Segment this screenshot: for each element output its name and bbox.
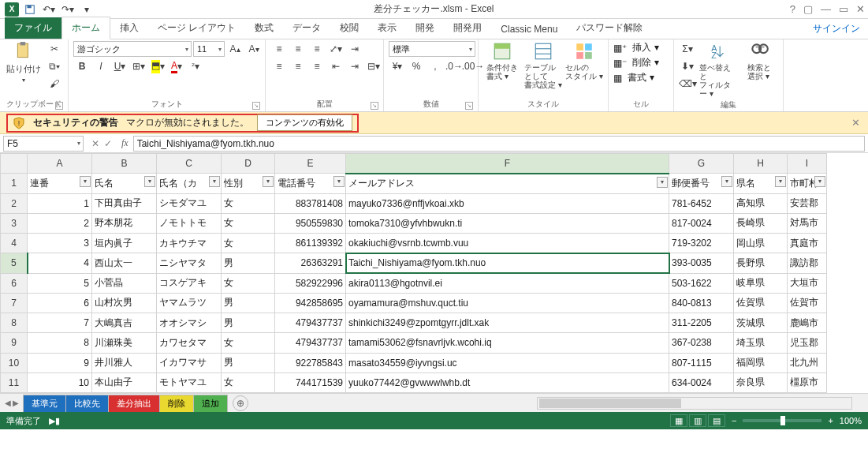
- cell-C2[interactable]: シモダマユ: [157, 193, 222, 213]
- paste-button[interactable]: 貼り付け▾: [5, 41, 43, 84]
- maximize-button[interactable]: ▭: [839, 3, 848, 15]
- italic-button[interactable]: I: [92, 58, 110, 74]
- phonetic-button[interactable]: ᶻ▾: [187, 58, 204, 74]
- row-header-6[interactable]: 6: [1, 273, 28, 293]
- orientation-button[interactable]: ⤢▾: [327, 41, 345, 57]
- filter-button-G[interactable]: ▾: [721, 176, 732, 187]
- cell-D10[interactable]: 男: [222, 353, 275, 373]
- filter-button-I[interactable]: ▾: [814, 176, 825, 187]
- accounting-format-button[interactable]: ¥▾: [389, 58, 406, 74]
- filter-button-D[interactable]: ▾: [263, 176, 274, 187]
- cell-G4[interactable]: 719-3202: [669, 234, 734, 253]
- tab-developer[interactable]: 開発: [406, 17, 444, 39]
- column-header-G[interactable]: G: [669, 154, 734, 174]
- format-cells-button[interactable]: ▦ 書式 ▾: [613, 71, 669, 84]
- align-middle-button[interactable]: ≡: [289, 41, 307, 57]
- cell-D2[interactable]: 女: [222, 193, 275, 213]
- cell-I7[interactable]: 佐賀市: [788, 293, 827, 313]
- header-cell-A[interactable]: 連番▾: [28, 174, 92, 193]
- cell-H11[interactable]: 奈良県: [734, 373, 788, 392]
- cell-C7[interactable]: ヤマムラツ: [157, 293, 222, 313]
- cell-C11[interactable]: モトヤマユ: [157, 373, 222, 392]
- delete-cells-button[interactable]: ▦⁻ 削除 ▾: [613, 56, 669, 69]
- cell-A3[interactable]: 2: [28, 213, 92, 233]
- cell-A6[interactable]: 5: [28, 273, 92, 293]
- cell-I4[interactable]: 真庭市: [788, 234, 827, 253]
- cell-E6[interactable]: 582922996: [275, 273, 346, 293]
- increase-indent-button[interactable]: ⇥: [346, 58, 363, 74]
- filter-button-F[interactable]: ▾: [657, 177, 668, 188]
- column-header-F[interactable]: F: [346, 154, 669, 174]
- cell-B8[interactable]: 大嶋真吉: [92, 313, 157, 333]
- cell-G10[interactable]: 807-1115: [669, 353, 734, 373]
- format-painter-button[interactable]: 🖌: [46, 76, 63, 92]
- cell-I10[interactable]: 北九州: [788, 353, 827, 373]
- column-header-E[interactable]: E: [275, 154, 346, 174]
- cell-B11[interactable]: 本山由子: [92, 373, 157, 392]
- cell-H10[interactable]: 福岡県: [734, 353, 788, 373]
- increase-decimal-button[interactable]: .0→: [445, 58, 463, 74]
- cell-G3[interactable]: 817-0024: [669, 213, 734, 233]
- cell-E10[interactable]: 922785843: [275, 353, 346, 373]
- filter-button-C[interactable]: ▾: [209, 176, 220, 187]
- fill-color-button[interactable]: ⬒▾: [149, 58, 166, 74]
- clipboard-dialog-launcher[interactable]: ↘: [55, 102, 63, 110]
- row-header-11[interactable]: 11: [1, 373, 28, 392]
- header-cell-I[interactable]: 市町村▾: [788, 174, 827, 193]
- cell-A8[interactable]: 7: [28, 313, 92, 333]
- zoom-in-button[interactable]: +: [828, 416, 833, 425]
- cut-button[interactable]: ✂: [46, 41, 63, 57]
- font-dialog-launcher[interactable]: ↘: [252, 102, 260, 110]
- font-color-button[interactable]: A▾: [168, 58, 185, 74]
- cell-A5[interactable]: 4: [28, 253, 92, 273]
- number-format-combo[interactable]: 標準: [389, 41, 475, 57]
- cell-C3[interactable]: ノモトトモ: [157, 213, 222, 233]
- cell-A9[interactable]: 8: [28, 333, 92, 353]
- cell-E2[interactable]: 883781408: [275, 193, 346, 213]
- font-name-combo[interactable]: 游ゴシック: [73, 41, 192, 57]
- tab-developer2[interactable]: 開発用: [444, 17, 491, 39]
- column-header-I[interactable]: I: [788, 154, 827, 174]
- row-header-4[interactable]: 4: [1, 234, 28, 253]
- comma-format-button[interactable]: ,: [427, 58, 444, 74]
- cell-I5[interactable]: 諏訪郡: [788, 253, 827, 273]
- filter-button-B[interactable]: ▾: [144, 176, 155, 187]
- find-select-button[interactable]: 検索と 選択 ▾: [740, 41, 778, 80]
- close-button[interactable]: ✕: [856, 3, 865, 15]
- cell-B3[interactable]: 野本朋花: [92, 213, 157, 233]
- cell-B10[interactable]: 井川雅人: [92, 353, 157, 373]
- percent-format-button[interactable]: %: [408, 58, 425, 74]
- cell-C6[interactable]: コスゲアキ: [157, 273, 222, 293]
- cell-H6[interactable]: 岐阜県: [734, 273, 788, 293]
- cell-I11[interactable]: 橿原市: [788, 373, 827, 392]
- cell-A7[interactable]: 6: [28, 293, 92, 313]
- cell-G6[interactable]: 503-1622: [669, 273, 734, 293]
- column-header-B[interactable]: B: [92, 154, 157, 174]
- minimize-button[interactable]: —: [821, 3, 831, 15]
- new-sheet-button[interactable]: ⊕: [233, 395, 248, 411]
- cell-A2[interactable]: 1: [28, 193, 92, 213]
- cell-F5[interactable]: Taichi_Nishiyama@fyom.tkh.nuo: [346, 253, 669, 273]
- sign-in-link[interactable]: サインイン: [813, 22, 860, 36]
- cell-B2[interactable]: 下田真由子: [92, 193, 157, 213]
- increase-font-button[interactable]: A▴: [226, 41, 244, 57]
- sheet-nav-prev[interactable]: ◀: [5, 399, 11, 407]
- cell-G2[interactable]: 781-6452: [669, 193, 734, 213]
- autosum-button[interactable]: Σ▾: [679, 41, 696, 57]
- cell-H3[interactable]: 長崎県: [734, 213, 788, 233]
- cell-D6[interactable]: 女: [222, 273, 275, 293]
- macro-record-button[interactable]: ▶▮: [49, 416, 60, 426]
- tab-file[interactable]: ファイル: [5, 17, 61, 39]
- row-header-5[interactable]: 5: [1, 253, 28, 273]
- cell-B6[interactable]: 小菅晶: [92, 273, 157, 293]
- filter-button-E[interactable]: ▾: [333, 176, 345, 187]
- zoom-slider[interactable]: [743, 419, 821, 422]
- cell-H8[interactable]: 茨城県: [734, 313, 788, 333]
- fx-icon[interactable]: fx: [117, 137, 133, 149]
- align-right-button[interactable]: ≡: [308, 58, 326, 74]
- cell-B7[interactable]: 山村次男: [92, 293, 157, 313]
- border-button[interactable]: ⊞▾: [130, 58, 147, 74]
- column-header-C[interactable]: C: [157, 154, 222, 174]
- normal-view-button[interactable]: ▦: [670, 414, 687, 427]
- help-button[interactable]: ?: [790, 3, 795, 15]
